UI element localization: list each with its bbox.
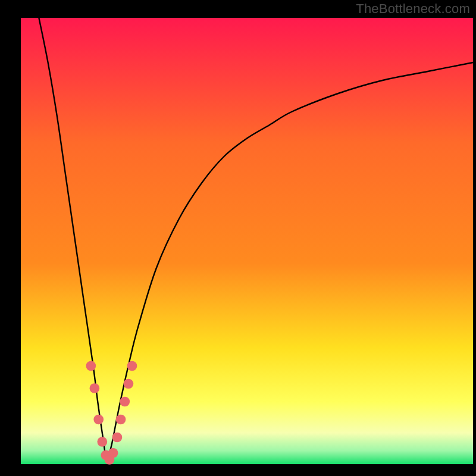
- curve-marker: [112, 433, 123, 443]
- curve-marker: [90, 383, 100, 393]
- curve-marker: [97, 437, 107, 447]
- curve-marker: [86, 361, 96, 371]
- curve-marker: [108, 448, 118, 458]
- curve-marker: [127, 361, 137, 371]
- curve-marker: [120, 397, 130, 407]
- bottleneck-chart: [0, 0, 476, 476]
- curve-marker: [124, 379, 134, 389]
- plot-background: [21, 18, 473, 464]
- curve-marker: [116, 415, 126, 425]
- curve-marker: [93, 415, 104, 425]
- chart-frame: TheBottleneck.com: [0, 0, 476, 476]
- watermark-text: TheBottleneck.com: [356, 1, 470, 17]
